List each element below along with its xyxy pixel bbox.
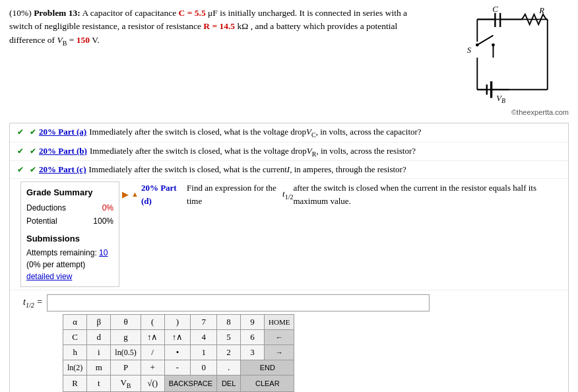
key-lparen[interactable]: (	[141, 315, 164, 330]
key-R[interactable]: R	[63, 376, 87, 392]
key-theta[interactable]: θ	[111, 315, 141, 330]
circuit-svg: C R S V B	[437, 7, 569, 106]
keypad-row-5: R t VB √() BACKSPACE DEL CLEAR	[63, 376, 294, 392]
key-5[interactable]: 5	[217, 330, 241, 345]
check-icon-a2: ✔	[30, 127, 36, 137]
key-right[interactable]: →	[265, 345, 294, 360]
submissions-title: Submissions	[26, 232, 113, 245]
key-6[interactable]: 6	[241, 330, 265, 345]
key-beta[interactable]: β	[87, 315, 111, 330]
key-up1[interactable]: ↑∧	[141, 330, 164, 345]
answer-input[interactable]	[47, 294, 430, 311]
part-b-label[interactable]: 20% Part (b)	[39, 145, 87, 158]
part-d-var: t1/2	[282, 187, 293, 202]
key-3[interactable]: 3	[241, 345, 265, 360]
key-backspace[interactable]: BACKSPACE	[164, 376, 216, 392]
key-P[interactable]: P	[111, 360, 141, 376]
part-b-row: ✔ ✔ 20% Part (b) Immediately after the s…	[10, 143, 568, 162]
keypad-row-1: α β θ ( ) 7 8 9 HOME	[63, 315, 294, 330]
key-0[interactable]: 0	[191, 360, 217, 376]
part-a-var: VC	[306, 125, 316, 140]
key-1[interactable]: 1	[191, 345, 217, 360]
key-9[interactable]: 9	[241, 315, 265, 330]
keypad-table: α β θ ( ) 7 8 9 HOME C d g ↑∧	[63, 314, 294, 392]
check-icon-c: ✔	[17, 164, 24, 176]
circuit-diagram: C R S V B ©theexpertta.com	[437, 7, 569, 116]
R-value: R = 14.5	[203, 21, 235, 31]
part-c-row: ✔ ✔ 20% Part (c) Immediately after the s…	[10, 161, 568, 179]
key-left[interactable]: ←	[265, 330, 294, 345]
key-h[interactable]: h	[63, 345, 87, 360]
submissions-box: Submissions Attempts remaining: 10 (0% p…	[26, 232, 113, 283]
part-c-icon: ✔	[14, 163, 27, 176]
keypad-row-4: ln(2) m P + - 0 . END	[63, 360, 294, 376]
grade-summary-title: Grade Summary	[26, 186, 113, 199]
problem-text: (10%) Problem 13: A capacitor of capacit…	[9, 7, 430, 116]
key-g[interactable]: g	[111, 330, 141, 345]
key-sqrt[interactable]: √()	[141, 376, 164, 392]
part-d-header: Grade Summary Deductions 0% Potential 10…	[10, 179, 568, 290]
C-value: C = 5.5	[179, 8, 206, 18]
part-d-text: Find an expression for the time	[187, 181, 282, 207]
potential-label: Potential	[26, 215, 57, 227]
key-2[interactable]: 2	[217, 345, 241, 360]
detailed-link[interactable]: detailed view	[26, 272, 72, 281]
problem-label: Problem 13:	[34, 8, 80, 18]
deductions-label: Deductions	[26, 202, 66, 214]
part-a-label[interactable]: 20% Part (a)	[39, 125, 86, 139]
attempts-value[interactable]: 10	[99, 248, 108, 257]
key-minus[interactable]: -	[164, 360, 191, 376]
key-del[interactable]: DEL	[217, 376, 241, 392]
key-ln05[interactable]: ln(0.5)	[111, 345, 141, 360]
part-d-label[interactable]: 20% Part (d)	[141, 181, 184, 207]
key-divide[interactable]: /	[141, 345, 164, 360]
percent-label: (0% per attempt)	[26, 260, 85, 269]
keypad-row-3: h i ln(0.5) / • 1 2 3 →	[63, 345, 294, 360]
key-4[interactable]: 4	[191, 330, 217, 345]
VB-num: 150	[77, 35, 90, 45]
key-VB[interactable]: VB	[111, 376, 141, 392]
input-row: t1/2 =	[23, 294, 568, 311]
key-up2[interactable]: ↑∧	[164, 330, 191, 345]
svg-text:R: R	[538, 7, 544, 15]
key-plus[interactable]: +	[141, 360, 164, 376]
problem-weight: (10%)	[9, 8, 32, 18]
part-a-text: Immediately after the switch is closed, …	[89, 125, 306, 139]
key-rparen[interactable]: )	[164, 315, 191, 330]
check-icon-b: ✔	[17, 145, 24, 157]
part-a-text2: , in volts, across the capacitor?	[316, 125, 422, 139]
svg-point-5	[476, 44, 479, 47]
key-C[interactable]: C	[63, 330, 87, 345]
part-c-label[interactable]: 20% Part (c)	[39, 163, 86, 176]
key-ln2[interactable]: ln(2)	[63, 360, 87, 376]
R-unit: kΩ	[237, 21, 248, 31]
key-end[interactable]: END	[241, 360, 294, 376]
part-b-icon: ✔	[14, 145, 27, 158]
key-period[interactable]: .	[217, 360, 241, 376]
problem-section: (10%) Problem 13: A capacitor of capacit…	[9, 7, 569, 116]
key-7[interactable]: 7	[191, 315, 217, 330]
part-b-var: VR	[307, 145, 317, 159]
warn-icon-d: ▲	[131, 189, 139, 200]
key-home[interactable]: HOME	[265, 315, 294, 330]
grade-summary-box: Grade Summary Deductions 0% Potential 10…	[20, 181, 119, 287]
watermark: ©theexpertta.com	[437, 108, 569, 116]
attempts-row: Attempts remaining: 10	[26, 247, 113, 259]
deductions-row: Deductions 0%	[26, 202, 113, 214]
main-container: (10%) Problem 13: A capacitor of capacit…	[0, 0, 578, 392]
part-b-text: Immediately after the switch is closed, …	[90, 145, 307, 158]
part-c-icon2: ✔	[30, 163, 36, 176]
problem-C: C = 5.5 μF	[179, 8, 220, 18]
key-i[interactable]: i	[87, 345, 111, 360]
key-8[interactable]: 8	[217, 315, 241, 330]
key-t[interactable]: t	[87, 376, 111, 392]
check-icon-a: ✔	[17, 126, 24, 138]
key-m[interactable]: m	[87, 360, 111, 376]
key-clear[interactable]: CLEAR	[241, 376, 294, 392]
check-icon-c2: ✔	[30, 165, 36, 174]
key-dot-op[interactable]: •	[164, 345, 191, 360]
key-alpha[interactable]: α	[63, 315, 87, 330]
key-d[interactable]: d	[87, 330, 111, 345]
arrow-icon-d: ▶	[122, 188, 129, 201]
percent-row: (0% per attempt)	[26, 259, 113, 271]
